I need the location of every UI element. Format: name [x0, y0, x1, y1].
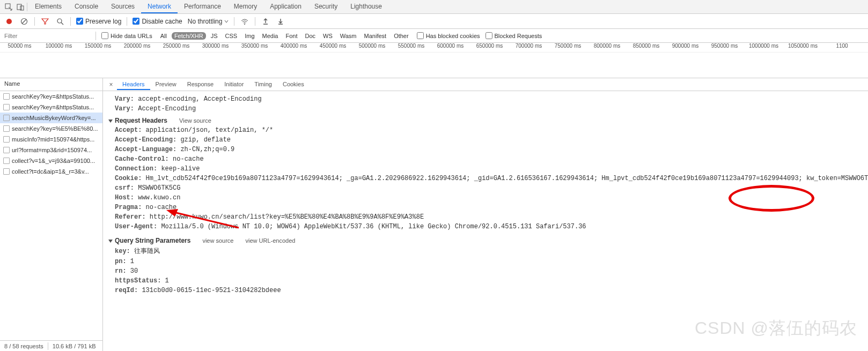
tab-application[interactable]: Application: [263, 1, 308, 13]
requests-panel: Name searchKey?key=&httpsStatus...search…: [0, 78, 103, 340]
document-icon: [3, 158, 10, 164]
disable-cache-checkbox[interactable]: Disable cache: [133, 18, 182, 25]
search-icon[interactable]: [55, 17, 65, 26]
timeline-tick: 450000 ms: [313, 43, 352, 52]
requests-header-name[interactable]: Name: [0, 78, 102, 91]
type-filter-all[interactable]: All: [158, 32, 170, 40]
request-row[interactable]: musicInfo?mid=150974&https...: [0, 134, 102, 145]
header-value: accept-encoding, Accept-Encoding: [138, 95, 261, 103]
type-filter-other[interactable]: Other: [391, 32, 411, 40]
main-panel: Name searchKey?key=&httpsStatus...search…: [0, 78, 868, 340]
device-icon[interactable]: [15, 2, 26, 12]
type-filter-js[interactable]: JS: [208, 32, 220, 40]
detail-tab-cookies[interactable]: Cookies: [277, 79, 310, 90]
tab-console[interactable]: Console: [68, 1, 105, 13]
tab-lighthouse[interactable]: Lighthouse: [344, 1, 388, 13]
request-name: collect?v=1&_v=j93&a=99100...: [12, 158, 95, 164]
document-icon: [3, 125, 10, 132]
devtools-main-tabs: ElementsConsoleSourcesNetworkPerformance…: [0, 0, 868, 14]
param-key: key:: [115, 248, 130, 255]
close-icon[interactable]: ×: [106, 81, 116, 88]
detail-panel: × HeadersPreviewResponseInitiatorTimingC…: [103, 78, 868, 340]
type-filter-manifest[interactable]: Manifest: [362, 32, 389, 40]
timeline-tick: 700000 ms: [509, 43, 548, 52]
has-blocked-cookies-checkbox[interactable]: Has blocked cookies: [417, 32, 480, 39]
separator: [234, 17, 234, 26]
view-source-link[interactable]: view source: [202, 237, 233, 244]
detail-tab-headers[interactable]: Headers: [117, 79, 150, 90]
timeline-tick: 250000 ms: [157, 43, 196, 52]
status-size: 10.6 kB / 791 kB: [48, 343, 100, 349]
record-icon[interactable]: [4, 17, 14, 26]
document-icon: [3, 136, 10, 143]
tab-memory[interactable]: Memory: [227, 1, 263, 13]
type-filters: AllFetch/XHRJSCSSImgMediaFontDocWSWasmMa…: [158, 32, 411, 40]
request-row[interactable]: searchKey?key=%E5%BE%80...: [0, 123, 102, 134]
request-row[interactable]: searchKey?key=&httpsStatus...: [0, 91, 102, 102]
header-key: Cookie:: [115, 175, 142, 182]
header-value: www.kuwo.cn: [134, 194, 180, 201]
hide-data-urls-checkbox[interactable]: Hide data URLs: [101, 32, 152, 39]
filter-input[interactable]: [4, 31, 90, 41]
filter-bar: Hide data URLs AllFetch/XHRJSCSSImgMedia…: [0, 29, 868, 43]
type-filter-media[interactable]: Media: [260, 32, 281, 40]
download-icon[interactable]: [276, 17, 285, 26]
document-icon: [3, 93, 10, 100]
blocked-requests-checkbox[interactable]: Blocked Requests: [486, 32, 542, 39]
type-filter-doc[interactable]: Doc: [302, 32, 318, 40]
type-filter-img[interactable]: Img: [242, 32, 257, 40]
request-row[interactable]: collect?t=dc&aip=1&_r=3&v...: [0, 166, 102, 177]
timeline-tick: 850000 ms: [627, 43, 666, 52]
timeline-tick: 500000 ms: [352, 43, 392, 52]
request-name: searchKey?key=%E5%BE%80...: [12, 125, 98, 132]
document-icon: [3, 104, 10, 110]
detail-tab-response[interactable]: Response: [182, 79, 219, 90]
timeline-tick: 650000 ms: [470, 43, 509, 52]
header-key: Cache-Control:: [115, 155, 169, 163]
type-filter-css[interactable]: CSS: [223, 32, 240, 40]
request-row[interactable]: searchMusicBykeyWord?key=...: [0, 113, 102, 123]
timeline-tick: 150000 ms: [78, 43, 117, 52]
tab-sources[interactable]: Sources: [105, 1, 141, 13]
timeline-tick: 100000 ms: [39, 43, 78, 52]
request-row[interactable]: collect?v=1&_v=j93&a=99100...: [0, 155, 102, 166]
request-name: musicInfo?mid=150974&https...: [12, 136, 94, 143]
clear-icon[interactable]: [19, 17, 29, 26]
svg-line-4: [22, 19, 26, 24]
tab-performance[interactable]: Performance: [178, 1, 227, 13]
timeline-overview[interactable]: 50000 ms100000 ms150000 ms200000 ms25000…: [0, 43, 868, 78]
inspect-icon[interactable]: [3, 2, 14, 12]
status-requests: 8 / 58 requests: [0, 343, 48, 349]
param-key: reqId:: [115, 287, 138, 294]
tab-elements[interactable]: Elements: [28, 1, 68, 13]
throttling-dropdown[interactable]: No throttling: [188, 18, 229, 25]
type-filter-ws[interactable]: WS: [320, 32, 335, 40]
tab-network[interactable]: Network: [141, 1, 178, 13]
request-row[interactable]: url?format=mp3&rid=150974...: [0, 145, 102, 155]
header-value: no-cache: [142, 204, 176, 211]
separator: [27, 3, 27, 11]
type-filter-wasm[interactable]: Wasm: [337, 32, 359, 40]
view-source-link[interactable]: View source: [179, 117, 211, 124]
type-filter-fetch-xhr[interactable]: Fetch/XHR: [172, 32, 206, 40]
query-string-section[interactable]: Query String Parameters view source view…: [108, 236, 868, 245]
wifi-icon[interactable]: [240, 17, 249, 26]
upload-icon[interactable]: [261, 17, 270, 26]
timeline-tick: 400000 ms: [274, 43, 313, 52]
caret-down-icon: [108, 120, 113, 123]
detail-tab-preview[interactable]: Preview: [150, 79, 182, 90]
timeline-tick: 1100: [822, 43, 862, 52]
svg-rect-1: [17, 4, 21, 10]
request-headers-section[interactable]: Request Headers View source: [108, 116, 868, 125]
tab-security[interactable]: Security: [308, 1, 344, 13]
type-filter-font[interactable]: Font: [283, 32, 300, 40]
request-row[interactable]: searchKey?key=&httpsStatus...: [0, 102, 102, 113]
detail-tab-initiator[interactable]: Initiator: [219, 79, 249, 90]
param-value: 1: [127, 258, 134, 265]
header-key: csrf:: [115, 184, 134, 192]
filter-icon[interactable]: [40, 17, 50, 26]
view-url-encoded-link[interactable]: view URL-encoded: [245, 237, 295, 244]
preserve-log-checkbox[interactable]: Preserve log: [76, 18, 121, 25]
timeline-tick: 300000 ms: [196, 43, 235, 52]
detail-tab-timing[interactable]: Timing: [249, 79, 277, 90]
